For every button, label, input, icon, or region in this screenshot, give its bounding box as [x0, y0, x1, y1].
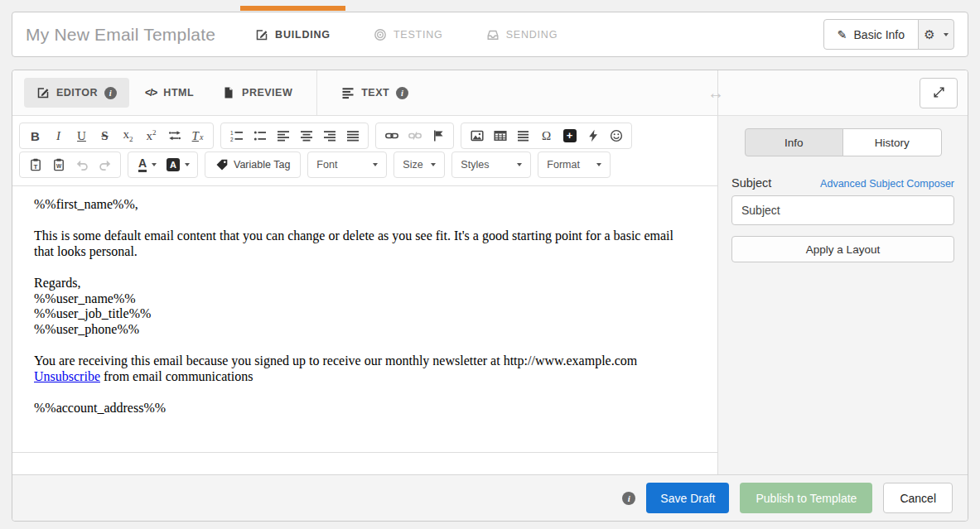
embed-plus-button[interactable]: +: [558, 125, 581, 147]
align-justify-button[interactable]: [341, 125, 364, 147]
redo-icon: [99, 158, 112, 171]
tab-testing[interactable]: TESTING: [370, 12, 447, 56]
subject-input[interactable]: [731, 195, 954, 225]
textlines-icon: [341, 86, 355, 99]
toolbar-group: Ω+: [461, 123, 632, 149]
variable-tag-button[interactable]: Variable Tag: [205, 151, 301, 178]
header-tabs: BUILDINGTESTINGSENDING: [252, 12, 561, 56]
email-content-editable[interactable]: %%first_name%%, This is some default ema…: [12, 186, 717, 452]
tab-building[interactable]: BUILDING: [252, 12, 334, 56]
account-address-line: %%account_address%%: [34, 401, 696, 416]
info-icon: i: [622, 492, 635, 505]
sidebar-body: Info History Subject Advanced Subject Co…: [718, 116, 968, 275]
styles-dropdown[interactable]: Styles: [451, 151, 531, 178]
tab-html[interactable]: </>HTML: [133, 79, 206, 107]
strikethrough-button[interactable]: S: [94, 125, 116, 147]
dropdown-label: Size: [403, 159, 422, 171]
expand-panel-button[interactable]: [920, 78, 958, 108]
special-character-icon: Ω: [542, 130, 551, 142]
footer-block: You are receiving this email because you…: [34, 353, 696, 385]
signature-line: %%user_phone%%: [34, 322, 139, 336]
signature-line: %%user_name%%: [34, 291, 136, 305]
editor-mode-tabs: EDITORi</>HTMLPREVIEWTEXTi: [12, 70, 717, 116]
paste-word-icon: W: [52, 158, 65, 171]
unsubscribe-link[interactable]: Unsubscribe: [34, 369, 100, 383]
link-icon: [385, 129, 398, 142]
save-draft-button[interactable]: Save Draft: [646, 483, 729, 513]
bulleted-list-button[interactable]: [249, 125, 271, 147]
bidi-button[interactable]: [163, 125, 186, 147]
italic-icon: I: [56, 130, 60, 142]
publish-to-template-button[interactable]: Publish to Template: [740, 483, 872, 513]
horizontal-resize-icon[interactable]: ↔: [707, 84, 724, 101]
tab-info[interactable]: Info: [745, 128, 844, 156]
anchor-flag-button[interactable]: [427, 125, 449, 147]
editor-path-bar: [12, 452, 717, 474]
tab-divider: [316, 70, 317, 115]
link-button[interactable]: [380, 125, 403, 147]
caret-down-icon: [185, 163, 190, 166]
text-color-icon: A: [138, 157, 147, 172]
edit-icon: [255, 28, 268, 41]
variable-tag-label: Variable Tag: [234, 159, 290, 171]
advanced-subject-composer-link[interactable]: Advanced Subject Composer: [820, 178, 954, 190]
tab-sending[interactable]: SENDING: [483, 12, 562, 56]
caret-down-icon: [431, 163, 436, 166]
apply-layout-button[interactable]: Apply a Layout: [731, 236, 954, 262]
tab-preview[interactable]: PREVIEW: [210, 78, 305, 108]
remove-format-button[interactable]: Tx: [186, 125, 209, 147]
caret-down-icon: [373, 163, 378, 166]
greeting-line: %%first_name%%,: [34, 197, 696, 213]
text-color-button[interactable]: A: [133, 154, 162, 176]
special-character-button[interactable]: Ω: [535, 125, 558, 147]
subscript-button[interactable]: x2: [117, 125, 139, 147]
edit-icon: [36, 86, 50, 99]
align-right-button[interactable]: [318, 125, 340, 147]
settings-gear-button[interactable]: ⚙: [918, 19, 954, 50]
file-icon: [222, 86, 235, 99]
bg-color-icon: A: [167, 158, 180, 171]
align-justify-icon: [346, 129, 360, 142]
caret-down-icon: [152, 163, 157, 166]
underline-icon: U: [77, 130, 86, 142]
align-center-button[interactable]: [295, 125, 317, 147]
tab-label: EDITOR: [56, 87, 98, 99]
right-sidebar: ↔ Info History Subject Advanced Subject …: [718, 70, 968, 474]
tab-label: TESTING: [393, 29, 443, 41]
align-right-icon: [323, 129, 336, 142]
editor-column: EDITORi</>HTMLPREVIEWTEXTi BIUSx2x2Tx12Ω…: [12, 70, 718, 474]
dropdown-label: Format: [547, 159, 580, 171]
toolbar-group: AA: [128, 151, 198, 178]
paste-word-button[interactable]: W: [47, 154, 70, 176]
tab-label: SENDING: [506, 29, 558, 41]
tab-text[interactable]: TEXTi: [329, 78, 421, 108]
bg-color-button[interactable]: A: [163, 154, 193, 176]
tab-editor[interactable]: EDITORi: [24, 78, 129, 108]
emoji-button[interactable]: [605, 125, 627, 147]
basic-info-label: Basic Info: [854, 28, 905, 41]
format-dropdown[interactable]: Format: [538, 151, 611, 178]
paste-text-icon: T: [29, 158, 42, 171]
tab-label: BUILDING: [275, 29, 331, 41]
cancel-button[interactable]: Cancel: [883, 483, 953, 513]
align-left-button[interactable]: [272, 125, 294, 147]
image-button[interactable]: [466, 125, 488, 147]
tab-history[interactable]: History: [842, 128, 942, 156]
underline-button[interactable]: U: [70, 125, 93, 147]
unlink-button: [403, 125, 426, 147]
bold-button[interactable]: B: [24, 125, 46, 147]
italic-button[interactable]: I: [47, 125, 70, 147]
horizontal-lines-button[interactable]: [512, 125, 534, 147]
lightning-button[interactable]: [582, 125, 604, 147]
main-panel: EDITORi</>HTMLPREVIEWTEXTi BIUSx2x2Tx12Ω…: [12, 70, 968, 522]
editor-toolbar: BIUSx2x2Tx12Ω+ TWAAVariable TagFontSizeS…: [12, 116, 717, 186]
align-center-icon: [300, 129, 313, 142]
size-dropdown[interactable]: Size: [393, 151, 445, 178]
redo-button: [94, 154, 116, 176]
table-button[interactable]: [489, 125, 511, 147]
font-dropdown[interactable]: Font: [307, 151, 387, 178]
superscript-button[interactable]: x2: [140, 125, 162, 147]
paste-text-button[interactable]: T: [24, 154, 46, 176]
numbered-list-button[interactable]: 12: [225, 125, 248, 147]
basic-info-button[interactable]: ✎ Basic Info: [823, 19, 919, 50]
